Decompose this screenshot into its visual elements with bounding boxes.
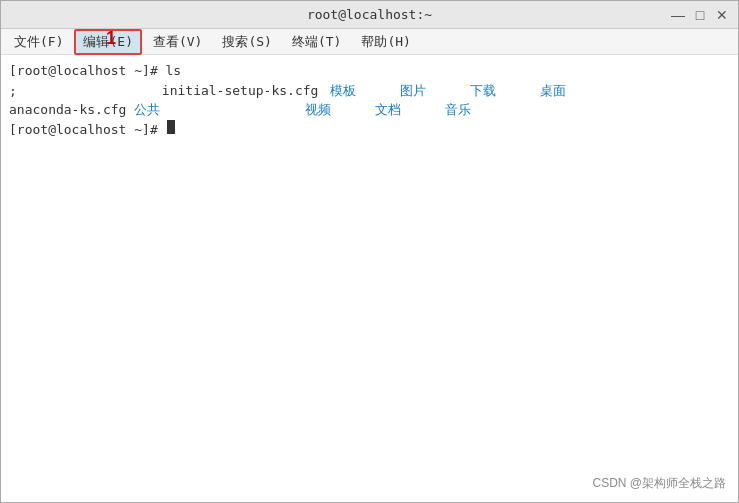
file-shipin: 视频: [305, 100, 375, 120]
annotation-1: 1: [106, 29, 116, 47]
file-wendang: 文档: [375, 100, 445, 120]
menu-file[interactable]: 文件(F): [5, 29, 72, 55]
title-bar: root@localhost:~ — □ ✕: [1, 1, 738, 29]
window-controls: — □ ✕: [670, 7, 730, 23]
file-yinyue: 音乐: [445, 100, 515, 120]
file-anaconda: anaconda-ks.cfg: [9, 100, 126, 120]
menu-search[interactable]: 搜索(S): [213, 29, 280, 55]
watermark: CSDN @架构师全栈之路: [592, 474, 726, 492]
file-initial-setup: initial-setup-ks.cfg: [162, 81, 319, 101]
window-title: root@localhost:~: [69, 7, 670, 22]
file-gonggong: 公共: [134, 100, 160, 120]
file-tupian: 图片: [400, 81, 470, 101]
terminal-line-3: anaconda-ks.cfg 公共 视频 文档 音乐: [9, 100, 730, 120]
file-zhuomian: 桌面: [540, 81, 610, 101]
semicolon: ;: [9, 81, 17, 101]
menu-terminal[interactable]: 终端(T): [283, 29, 350, 55]
menu-help[interactable]: 帮助(H): [352, 29, 419, 55]
minimize-button[interactable]: —: [670, 7, 686, 23]
terminal-line-4: [root@localhost ~]#: [9, 120, 730, 140]
close-button[interactable]: ✕: [714, 7, 730, 23]
terminal-line-1: [root@localhost ~]# ls: [9, 61, 730, 81]
maximize-button[interactable]: □: [692, 7, 708, 23]
prompt-1: [root@localhost ~]# ls: [9, 61, 181, 81]
menu-view[interactable]: 查看(V): [144, 29, 211, 55]
file-moban: 模板: [330, 81, 400, 101]
prompt-2: [root@localhost ~]#: [9, 120, 166, 140]
terminal-window: root@localhost:~ — □ ✕ 1 文件(F) 编辑(E) 查看(…: [0, 0, 739, 503]
file-xiazai: 下载: [470, 81, 540, 101]
terminal-area[interactable]: [root@localhost ~]# ls ; initial-setup-k…: [1, 55, 738, 502]
cursor: [167, 120, 175, 134]
terminal-line-2: ; initial-setup-ks.cfg 模板 图片 下载 桌面: [9, 81, 730, 101]
